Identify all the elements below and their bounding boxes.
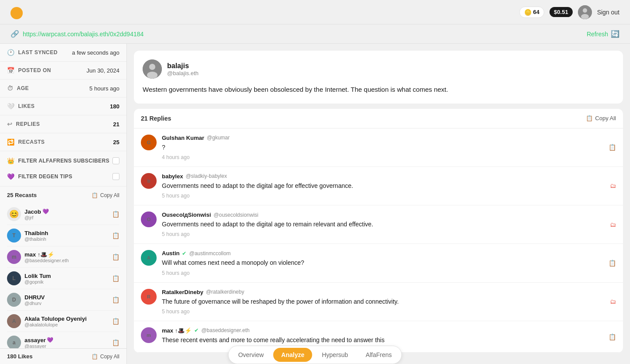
copy-icon[interactable]: 📋 — [609, 260, 616, 267]
reply-handle: @sladkiy-babylex — [186, 173, 227, 179]
clock-icon: 🕐 — [7, 49, 15, 56]
money-badge: $0.51 — [550, 7, 573, 17]
reply-text: The future of governance will be reshape… — [162, 297, 605, 306]
copy-all-label: Copy All — [595, 115, 616, 121]
reply-time: 5 hours ago — [162, 270, 189, 276]
last-synced-value: a few seconds ago — [72, 49, 119, 56]
tab-overview[interactable]: Overview — [230, 348, 271, 362]
replies-count: 21 Replies — [141, 115, 171, 122]
svg-point-5 — [147, 72, 158, 79]
avatar: R — [141, 289, 157, 305]
degen-icon: 💜 — [7, 173, 14, 180]
copy-icon[interactable]: 🗂 — [610, 182, 616, 189]
user-avatar — [578, 5, 592, 19]
bottom-tabs: Overview Analyze Hypersub AlfaFrens — [228, 346, 402, 362]
copy-icon-small: 📋 — [91, 192, 98, 198]
likes-copy-all-button[interactable]: 📋 Copy All — [91, 354, 119, 360]
post-handle: @balajis.eth — [167, 70, 199, 76]
copy-icon[interactable]: 📋 — [112, 296, 119, 303]
svg-point-2 — [581, 14, 589, 19]
filter-alfafrens-label: FILTER ALFAFRENS SUBSCIBERS — [18, 158, 109, 164]
right-panel: balajis @balajis.eth Western governments… — [127, 44, 630, 362]
url-link[interactable]: https://warpcast.com/balajis.eth/0x2dd94… — [23, 31, 144, 38]
list-item: m max ↑🎩⚡ @baseddesigner.eth 📋 — [7, 246, 119, 268]
reply-time: 5 hours ago — [162, 193, 189, 199]
post-content: Western governments have obviously been … — [143, 85, 614, 95]
copy-icon-likes: 📋 — [91, 354, 98, 360]
verified-badge: 💜 — [42, 208, 49, 215]
recasts-section: 25 Recasts 📋 Copy All 😊 Jacob 💜 @jrf 📋 — [0, 187, 126, 359]
logo — [10, 7, 23, 19]
avatar: G — [141, 135, 157, 150]
svg-point-1 — [583, 8, 587, 13]
left-panel: 🕐 LAST SYNCED a few seconds ago 📅 POSTED… — [0, 44, 127, 362]
recast-username: Lolik Tum — [24, 273, 51, 279]
signout-button[interactable]: Sign out — [597, 9, 620, 16]
recast-username: Thaibinh — [24, 230, 48, 236]
verified-icon: ✔ — [182, 250, 186, 257]
avatar: 😊 — [7, 207, 21, 221]
stat-row-last-synced: 🕐 LAST SYNCED a few seconds ago — [0, 44, 126, 62]
copy-icon[interactable]: 📋 — [609, 333, 616, 340]
recast-username: assayer 💜 — [24, 337, 53, 343]
coin-icon: 🪙 — [524, 9, 532, 16]
reply-text: Governments need to adapt to the digital… — [162, 181, 605, 190]
filter-degen-checkbox[interactable] — [112, 173, 119, 180]
reply-time: 5 hours ago — [162, 231, 189, 237]
tab-hypersub[interactable]: Hypersub — [314, 348, 356, 362]
reply-username: RatalkerDineby — [162, 289, 203, 295]
avatar: b — [141, 173, 157, 189]
reply-username: max ↑🎩⚡ — [162, 327, 192, 334]
list-item: 😊 Jacob 💜 @jrf 📋 — [7, 204, 119, 225]
list-item: b babylex @sladkiy-babylex Governments n… — [134, 167, 623, 205]
replies-header: 21 Replies 📋 Copy All — [134, 109, 623, 128]
recast-handle: @gopnik — [24, 279, 51, 284]
recast-username: Akala Tolulope Oyeniyi — [24, 315, 87, 322]
filter-alfafrens-row: 👑 FILTER ALFAFRENS SUBSCIBERS — [0, 153, 126, 169]
copy-icon[interactable]: 📋 — [112, 318, 119, 325]
copy-icon[interactable]: 🗂 — [610, 221, 616, 228]
reply-text: These recent events and more to come rea… — [162, 336, 603, 344]
verified-icon: ✔ — [194, 327, 199, 333]
verified-badge: 💜 — [47, 337, 53, 343]
filter-alfafrens-checkbox[interactable] — [112, 157, 119, 164]
refresh-button[interactable]: Refresh 🔄 — [587, 30, 620, 38]
posted-on-value: Jun 30, 2024 — [87, 67, 119, 74]
list-item: A Akala Tolulope Oyeniyi @akalatolulope … — [7, 311, 119, 332]
coin-badge: 🪙 64 — [519, 7, 544, 18]
copy-icon[interactable]: 📋 — [609, 144, 616, 151]
list-item: D DHRUV @dhurv 📋 — [7, 289, 119, 311]
recasts-copy-all-button[interactable]: 📋 Copy All — [91, 192, 119, 198]
reply-text: Will what comes next need a monopoly on … — [162, 258, 603, 267]
topbar-right: 🪙 64 $0.51 Sign out — [519, 5, 620, 19]
refresh-icon: 🔄 — [611, 30, 620, 38]
copy-icon[interactable]: 📋 — [112, 253, 119, 260]
reply-username: Austin — [162, 250, 179, 257]
copy-icon[interactable]: 📋 — [112, 211, 119, 218]
replies-copy-all-button[interactable]: 📋 Copy All — [586, 115, 616, 121]
tab-alfafrens[interactable]: AlfaFrens — [358, 348, 400, 362]
recast-handle: @thaibinh — [24, 236, 48, 242]
copy-icon[interactable]: 📋 — [112, 232, 119, 239]
list-item: A Austin ✔ @austinmccollom Will what com… — [134, 244, 623, 282]
stat-row-replies: ↩ REPLIES 21 — [0, 115, 126, 133]
list-item: O OusecolдSionwisi @ousecoldsionwisi Gov… — [134, 205, 623, 244]
copy-icon[interactable]: 📋 — [112, 339, 119, 346]
calendar-icon: 📅 — [7, 67, 15, 74]
reply-username: Gulshan Kumar — [162, 135, 204, 141]
likes-value: 180 — [110, 103, 119, 110]
recast-username: DHRUV — [24, 294, 45, 301]
reply-handle: @austinmccollom — [189, 250, 231, 257]
recast-handle: @dhurv — [24, 301, 45, 306]
urlbar: 🔗 https://warpcast.com/balajis.eth/0x2dd… — [0, 24, 630, 44]
heart-icon: 🤍 — [7, 103, 15, 110]
avatar: a — [7, 336, 21, 350]
refresh-label: Refresh — [587, 31, 608, 38]
copy-icon[interactable]: 🗂 — [610, 298, 616, 305]
stat-row-posted-on: 📅 POSTED ON Jun 30, 2024 — [0, 62, 126, 80]
post-username: balajis — [167, 62, 199, 70]
reply-time: 4 hours ago — [162, 154, 189, 160]
list-item: R RatalkerDineby @ratalkerdineby The fut… — [134, 283, 623, 321]
tab-analyze[interactable]: Analyze — [273, 348, 312, 362]
copy-icon[interactable]: 📋 — [112, 275, 119, 282]
